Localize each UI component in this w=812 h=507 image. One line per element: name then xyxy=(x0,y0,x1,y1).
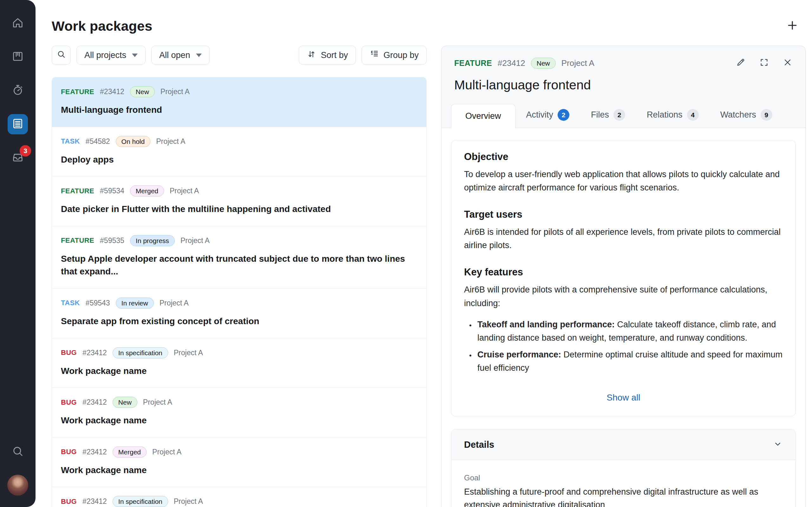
status-badge: In progress xyxy=(130,235,175,246)
home-icon xyxy=(11,16,24,31)
sidebar-item-inbox[interactable]: 3 xyxy=(8,148,28,168)
filter-toolbar-right: Sort by Group by xyxy=(299,46,426,65)
group-list-icon xyxy=(369,49,379,61)
show-all-container: Show all xyxy=(464,393,783,403)
tab-label: Activity xyxy=(526,110,554,120)
project-name: Project A xyxy=(160,88,190,96)
work-package-title: Separate app from existing concept of cr… xyxy=(61,315,417,328)
detail-meta-row: FEATURE #23412 New Project A xyxy=(454,57,793,69)
tab-count-badge: 4 xyxy=(687,109,699,121)
objective-text: To develop a user-friendly web applicati… xyxy=(464,168,783,194)
sidebar-item-time[interactable] xyxy=(8,80,28,101)
bullet-lead: Takeoff and landing performance: xyxy=(477,320,615,329)
project-name: Project A xyxy=(181,236,210,245)
search-button[interactable] xyxy=(52,46,71,65)
search-icon xyxy=(11,445,24,459)
work-package-id: #59534 xyxy=(100,187,124,195)
goal-value: Establishing a future-proof and comprehe… xyxy=(464,486,783,507)
tab-label: Relations xyxy=(647,110,682,120)
sort-by-button[interactable]: Sort by xyxy=(299,46,356,65)
expand-fullscreen-icon[interactable] xyxy=(759,57,769,69)
work-package-id: #54582 xyxy=(86,137,110,146)
search-icon xyxy=(56,49,66,61)
add-work-package-button[interactable] xyxy=(783,17,801,35)
type-label: FEATURE xyxy=(61,236,94,245)
work-package-title: Work package name xyxy=(61,464,417,477)
sidebar-item-boards[interactable] xyxy=(8,47,28,67)
stopwatch-icon xyxy=(11,83,24,98)
sidebar-item-home[interactable] xyxy=(8,13,28,34)
tab-watchers[interactable]: Watchers 9 xyxy=(710,102,783,128)
work-package-row[interactable]: FEATURE #59534 Merged Project A Date pic… xyxy=(52,176,426,226)
work-package-row[interactable]: FEATURE #23412 New Project A Multi-langu… xyxy=(52,77,426,127)
detail-actions xyxy=(735,57,793,69)
status-badge: New xyxy=(531,58,556,69)
type-label: FEATURE xyxy=(454,59,492,68)
work-package-row[interactable]: BUG #23412 In specification Project A Wo… xyxy=(52,338,426,388)
show-all-link[interactable]: Show all xyxy=(607,393,641,402)
tab-label: Files xyxy=(591,110,609,120)
detail-tabs: Overview Activity 2 Files 2 Relations 4 xyxy=(442,102,805,128)
tab-activity[interactable]: Activity 2 xyxy=(515,102,580,128)
status-badge: Merged xyxy=(130,185,164,196)
type-label: BUG xyxy=(61,498,77,506)
page-title: Work packages xyxy=(52,18,152,34)
work-package-id: #59543 xyxy=(86,299,110,307)
work-package-row[interactable]: TASK #59543 In review Project A Separate… xyxy=(52,289,426,338)
page-header: Work packages xyxy=(52,16,806,36)
row-meta: FEATURE #23412 New Project A xyxy=(61,86,417,97)
sort-by-label: Sort by xyxy=(321,50,348,60)
type-label: BUG xyxy=(61,349,77,357)
tab-count-badge: 9 xyxy=(761,109,772,121)
work-package-row[interactable]: BUG #23412 Merged Project A Work package… xyxy=(52,438,426,487)
type-label: TASK xyxy=(61,137,80,146)
sidebar-item-work-packages[interactable] xyxy=(8,114,28,134)
type-label: FEATURE xyxy=(61,88,94,96)
row-meta: BUG #23412 Merged Project A xyxy=(61,447,417,458)
user-avatar[interactable] xyxy=(7,475,28,496)
status-badge: In specification xyxy=(113,496,168,507)
bullet-lead: Cruise performance: xyxy=(477,350,561,359)
tab-overview[interactable]: Overview xyxy=(451,104,515,128)
work-package-list-column: All projects All open Sort by xyxy=(52,46,426,507)
row-meta: BUG #23412 In specification Project A xyxy=(61,496,417,507)
inbox-badge: 3 xyxy=(20,145,31,157)
feature-bullet: Cruise performance: Determine optimal cr… xyxy=(475,348,783,375)
work-package-id: #23412 xyxy=(100,88,124,96)
work-package-row[interactable]: FEATURE #59535 In progress Project A Set… xyxy=(52,226,426,289)
details-body: Goal Establishing a future-proof and com… xyxy=(451,460,796,507)
work-package-id: #59535 xyxy=(100,236,124,245)
work-package-detail-panel: FEATURE #23412 New Project A xyxy=(441,46,806,507)
tab-relations[interactable]: Relations 4 xyxy=(636,102,710,128)
status-filter-dropdown[interactable]: All open xyxy=(151,46,210,65)
work-package-row[interactable]: BUG #23412 New Project A Work package na… xyxy=(52,388,426,438)
group-by-button[interactable]: Group by xyxy=(362,46,426,65)
sidebar: 3 xyxy=(0,0,36,507)
sort-arrows-icon xyxy=(307,49,316,61)
row-meta: TASK #54582 On hold Project A xyxy=(61,136,417,147)
content-row: All projects All open Sort by xyxy=(52,46,806,507)
work-package-title: Work package name xyxy=(61,365,417,378)
row-meta: BUG #23412 In specification Project A xyxy=(61,347,417,358)
work-package-row[interactable]: BUG #23412 In specification Project A Wo… xyxy=(52,487,426,507)
project-filter-dropdown[interactable]: All projects xyxy=(77,46,146,65)
edit-pencil-icon[interactable] xyxy=(735,57,746,69)
project-name: Project A xyxy=(174,349,203,357)
row-meta: TASK #59543 In review Project A xyxy=(61,297,417,308)
sidebar-item-search[interactable] xyxy=(8,442,28,462)
work-package-title: Setup Apple developer account with trunc… xyxy=(61,252,417,278)
project-name: Project A xyxy=(561,58,595,68)
close-icon[interactable] xyxy=(782,57,793,69)
type-label: TASK xyxy=(61,299,80,307)
feature-bullet: Takeoff and landing performance: Calcula… xyxy=(475,318,783,345)
tab-files[interactable]: Files 2 xyxy=(580,102,636,128)
work-package-list: FEATURE #23412 New Project A Multi-langu… xyxy=(52,77,426,507)
app-window: 3 Work packages xyxy=(0,0,812,507)
details-header[interactable]: Details xyxy=(451,429,796,460)
project-name: Project A xyxy=(156,137,185,146)
work-package-id: #23412 xyxy=(83,448,107,456)
work-package-row[interactable]: TASK #54582 On hold Project A Deploy app… xyxy=(52,127,426,177)
chevron-down-icon xyxy=(132,54,138,57)
tab-label: Overview xyxy=(465,111,501,121)
chevron-down-icon xyxy=(196,54,202,57)
